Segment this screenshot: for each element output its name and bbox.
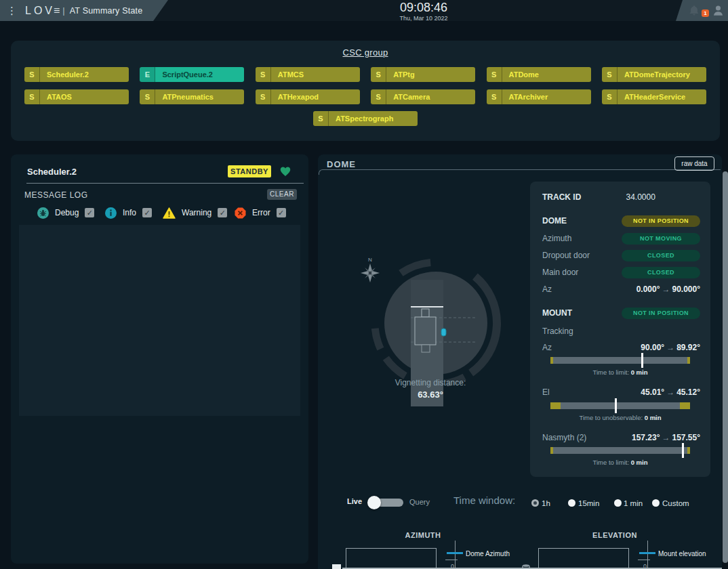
slider-limit-right [687,447,690,454]
csc-state-letter: S [487,89,502,104]
radio-1h-label: 1h [542,499,550,507]
dome-title-underline [319,169,721,175]
dome-shutter [411,280,443,307]
clock: 09:08:46 Thu, Mar 10 2022 [366,1,481,22]
csc-button-atspectrograph[interactable]: S ATSpectrograph [313,111,418,126]
csc-group-title: CSC group [11,47,720,58]
debug-checkbox[interactable] [85,208,94,217]
csc-button-atdometrajectory[interactable]: S ATDomeTrajectory [602,67,706,82]
menu-kebab-icon[interactable]: ⋮ [7,5,17,16]
dome-az-values: 0.000°→90.000° [636,284,700,294]
track-id-row: TRACK ID 34.0000 [542,191,700,203]
notification-bell-icon[interactable] [688,5,700,17]
radio-15min[interactable] [568,499,575,507]
radio-custom[interactable] [652,499,660,507]
csc-button-atpneumatics[interactable]: S ATPneumatics [140,89,244,104]
track-id-value: 34.0000 [581,192,700,202]
at-summary-state-page: ⋮ LOV≡ | AT Summary State 09:08:46 Thu, … [0,0,728,569]
dome-az-row: Az 0.000°→90.000° [542,283,700,295]
nasmyth-slider[interactable] [550,447,690,454]
azimuth-moving-badge: NOT MOVING [622,233,700,245]
csc-state-letter: S [371,89,386,104]
csc-state-letter: S [256,67,271,82]
csc-button-atcamera[interactable]: S ATCamera [371,89,475,104]
info-checkbox[interactable] [142,208,152,217]
message-log-list[interactable] [19,225,300,416]
elevation-legend-crosshair [647,541,648,569]
main-door-line [411,306,443,308]
mount-az-values: 90.00°→89.92° [641,343,700,352]
radio-1h[interactable] [531,499,539,507]
slider-limit-left [550,357,553,364]
slider-marker [682,443,684,458]
elevation-legend-baseline [638,560,650,560]
elevation-chart-plot[interactable] [538,548,629,569]
page-title: AT Summary State [70,6,143,16]
error-checkbox[interactable] [277,208,286,217]
csc-button-atmcs[interactable]: S ATMCS [256,67,360,82]
csc-button-atdome[interactable]: S ATDome [487,67,591,82]
scheduler-panel: Scheduler.2 STANDBY MESSAGE LOG CLEAR De… [11,154,308,564]
main-door-row: Main door CLOSED [542,266,700,278]
top-bar: ⋮ LOV≡ | AT Summary State 09:08:46 Thu, … [0,0,728,21]
csc-button-atheaderservice[interactable]: S ATHeaderService [602,89,706,104]
clock-time: 09:08:46 [366,1,481,14]
azimuth-chart-plot[interactable] [346,548,437,569]
tracking-row: Tracking [542,325,700,337]
csc-button-scriptqueue2[interactable]: E ScriptQueue.2 [140,67,244,82]
csc-button-ataos[interactable]: S ATAOS [24,89,129,104]
csc-button-athexapod[interactable]: S ATHexapod [256,89,360,104]
love-logo: LOV≡ [25,5,60,17]
scheduler-state-badge: STANDBY [228,165,271,177]
telescope-bottom [422,345,430,352]
dome-azimuth-marker [441,329,446,336]
mount-az-slider[interactable] [550,357,690,364]
arrow-icon: → [664,387,676,397]
user-icon[interactable] [712,4,725,17]
live-query-toggle[interactable] [369,499,403,507]
mount-el-slider[interactable] [550,402,690,409]
mount-el-time-note: Time to unobservable: 0 min [550,414,690,421]
dome-status-row: DOME NOT IN POSITION [542,215,700,227]
arrow-icon: → [664,343,676,352]
mount-az-row: Az 90.00°→89.92° [542,341,700,354]
top-bar-left: ⋮ LOV≡ | AT Summary State [0,0,171,21]
csc-state-letter: S [487,67,502,82]
heartbeat-icon [279,166,291,177]
slider-marker [615,398,617,413]
slider-limit-right [687,357,690,364]
csc-button-atarchiver[interactable]: S ATArchiver [487,89,591,104]
toggle-knob[interactable] [367,496,381,509]
time-window-label: Time window: [453,494,515,506]
clock-date: Thu, Mar 10 2022 [366,15,481,22]
live-label: Live [347,497,362,505]
radio-1min[interactable] [614,499,622,507]
csc-state-letter: S [602,67,618,82]
dropout-door-row: Dropout door CLOSED [542,249,700,261]
csc-button-scheduler2[interactable]: S Scheduler.2 [24,67,129,82]
logo-separator: | [62,5,64,16]
elevation-chart-title: ELEVATION [547,531,683,539]
azimuth-legend-label: Dome Azimuth [466,550,510,557]
elevation-legend-line [639,552,655,554]
nasmyth-values: 157.23°→157.55° [632,433,700,442]
dome-panel-title: DOME [327,159,356,169]
mount-az-time-note: Time to limit: 0 min [550,368,690,376]
csc-state-letter: S [371,67,386,82]
csc-button-atptg[interactable]: S ATPtg [371,67,475,82]
mount-position-badge: NOT IN POSITION [622,308,700,319]
warning-checkbox[interactable] [218,208,227,217]
azimuth-legend-line [447,552,463,554]
elevation-legend-label: Mount elevation [658,550,706,557]
csc-state-letter: E [140,67,155,82]
radio-custom-label: Custom [662,499,689,507]
scrollbar-thumb[interactable] [723,171,728,563]
arrow-icon: → [660,433,672,442]
raw-data-button[interactable]: raw data [674,156,714,171]
filter-debug: Debug [37,207,94,219]
radio-15min-label: 15min [578,499,599,507]
warning-triangle-icon [163,207,176,219]
filter-info: Info [105,207,152,219]
main-door-badge: CLOSED [622,267,700,278]
clear-button[interactable]: CLEAR [267,189,297,200]
